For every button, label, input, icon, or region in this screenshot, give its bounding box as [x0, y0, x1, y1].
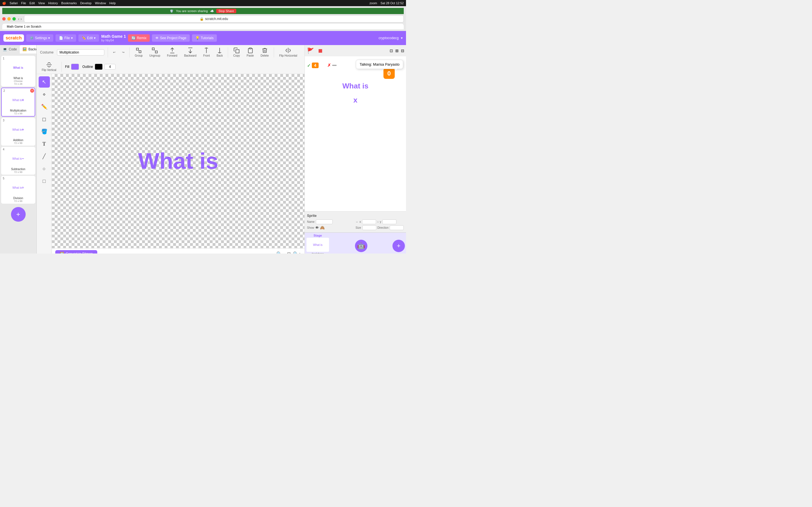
outline-color-picker[interactable] [95, 64, 103, 70]
ungroup-button[interactable]: Ungroup [148, 47, 162, 58]
add-sprite-button[interactable]: + [393, 240, 405, 252]
convert-bitmap-button[interactable]: 🖼️ Convert to Bitmap [55, 250, 97, 253]
edit-menu[interactable]: Edit [29, 1, 35, 5]
add-costume-button[interactable]: + [11, 207, 26, 222]
redo-button[interactable]: ↪ [120, 50, 126, 54]
time-label: Sat 28 Oct 12:52 [380, 1, 404, 5]
history-menu[interactable]: History [48, 1, 58, 5]
brush-tool[interactable]: ✏️ [39, 101, 50, 112]
costume-item-3[interactable]: 3 What is + Addition 72 x 99 [1, 118, 35, 146]
front-button[interactable]: Front [202, 47, 211, 58]
file-button[interactable]: 📄 File ▾ [56, 34, 76, 42]
text-tool[interactable]: T [39, 138, 50, 150]
tab-backdrops[interactable]: 🖼️Backdrops [20, 45, 37, 54]
zoom-in-button[interactable]: 🔍+ [293, 251, 301, 254]
browser-tab[interactable]: Math Game 1 on Scratch [2, 24, 404, 29]
stage-panel-section: Stage What is Backdrops 5 [306, 234, 329, 253]
layout-large-button[interactable]: ⊟ [401, 48, 404, 53]
safari-menu[interactable]: Safari [10, 1, 18, 5]
file-menu[interactable]: File [21, 1, 26, 5]
view-menu[interactable]: View [38, 1, 45, 5]
fullscreen-button[interactable] [12, 17, 16, 20]
outline-size-input[interactable] [104, 64, 116, 69]
scratch-header: scratch ⚙️ Settings ▾ 📄 File ▾ ✏️ Edit ▾… [0, 31, 406, 45]
forward-button[interactable]: › [20, 17, 22, 21]
costume-label: Costume [40, 50, 54, 54]
close-button[interactable] [2, 17, 6, 20]
undo-button[interactable]: ↩ [111, 50, 117, 54]
number-display: 0 [384, 68, 395, 79]
costume-size-5: 72 x 99 [14, 200, 22, 203]
show-visible-button[interactable]: 👁 [315, 226, 319, 230]
flip-horizontal-button[interactable]: Flip Horizontal [277, 47, 299, 58]
add-extension-button[interactable]: 🤖 [355, 240, 367, 252]
sprite-direction-input[interactable] [390, 225, 404, 230]
address-bar[interactable]: 🔒 scratch.mit.edu [24, 15, 404, 22]
minimize-button[interactable] [7, 17, 11, 20]
sprite-x-input[interactable] [362, 219, 376, 224]
back-button[interactable]: ‹ [18, 17, 19, 21]
select-tool[interactable]: ↖ [39, 76, 50, 88]
stop-button[interactable]: ⏹ [317, 47, 324, 55]
back-button[interactable]: Back [215, 47, 224, 58]
window-menu[interactable]: Window [95, 1, 106, 5]
browser-chrome: 🛡️ You are screen sharing ☁️ Stop Share … [0, 6, 406, 31]
canvas[interactable]: What is [52, 74, 305, 248]
line-tool[interactable]: ╱ [39, 151, 50, 162]
wrong-badge [332, 65, 337, 66]
project-author: by hby54 [101, 39, 126, 42]
fill-color-picker[interactable] [71, 64, 79, 70]
remix-button[interactable]: 🔄 Remix [128, 34, 150, 42]
stage-tab-label: Stage [313, 234, 322, 237]
reshape-tool[interactable]: ⋄ [39, 89, 50, 100]
group-button[interactable]: Group [133, 47, 144, 58]
tutorials-button[interactable]: 💡 Tutorials [192, 34, 217, 42]
costume-item-5[interactable]: 5 What is ÷ Division 72 x 99 [1, 176, 35, 204]
rect-tool[interactable]: □ [39, 175, 50, 187]
see-project-button[interactable]: 👁 See Project Page [152, 34, 190, 42]
outline-label: Outline [82, 65, 93, 69]
mac-menubar: 🍎 Safari File Edit View History Bookmark… [0, 0, 406, 6]
svg-rect-11 [236, 50, 239, 53]
costume-item-2[interactable]: 2 × What is × Multiplication 72 x 99 [1, 88, 35, 117]
costume-item-1[interactable]: 1 What is What is Choose 72 x 28 [1, 56, 35, 87]
sprite-x-row: ↔ x ↕ y [356, 219, 404, 224]
settings-button[interactable]: ⚙️ Settings ▾ [26, 34, 53, 42]
edit-button[interactable]: ✏️ Edit ▾ [79, 34, 99, 42]
bookmarks-menu[interactable]: Bookmarks [61, 1, 77, 5]
tab-code[interactable]: 💻Code [0, 45, 20, 54]
layout-small-button[interactable]: ⊡ [390, 48, 393, 53]
flip-vertical-button[interactable]: Flip Vertical [40, 61, 58, 72]
outline-section: Outline [82, 64, 116, 70]
zoom-reset-button[interactable]: ⊟ [287, 251, 291, 254]
eraser-tool[interactable]: ◻ [39, 114, 50, 125]
paste-button[interactable]: Paste [245, 47, 256, 58]
sprite-y-input[interactable] [382, 219, 396, 224]
apple-menu[interactable]: 🍎 [2, 1, 6, 5]
forward-button[interactable]: Forward [165, 47, 179, 58]
sprite-name-row: Name [307, 219, 354, 224]
costume-name-input[interactable] [57, 49, 104, 55]
stop-share-button[interactable]: Stop Share [216, 9, 236, 13]
sprite-name-input[interactable] [316, 219, 333, 224]
costume-item-4[interactable]: 4 What is − Subtraction 72 x 99 [1, 147, 35, 175]
project-name: Math Game 1 [101, 34, 126, 39]
layout-medium-button[interactable]: ⊞ [395, 48, 399, 53]
zoom-out-button[interactable]: 🔍− [276, 251, 285, 254]
nav-buttons[interactable]: ‹ › [18, 17, 22, 21]
copy-button[interactable]: Copy [232, 47, 241, 58]
circle-tool[interactable]: ○ [39, 163, 50, 174]
backward-button[interactable]: Backward [183, 47, 198, 58]
right-panel: 🚩 ⏹ ⊡ ⊞ ⊟ Talking: Marisa Paryasto ✓ 4 ✗ [305, 45, 406, 253]
scratch-logo[interactable]: scratch [3, 34, 24, 42]
costume-delete-2[interactable]: × [30, 89, 34, 93]
delete-button[interactable]: Delete [259, 47, 270, 58]
user-account[interactable]: cryptocodecg [378, 36, 399, 40]
sprite-size-input[interactable] [362, 225, 376, 230]
green-flag-button[interactable]: 🚩 [306, 47, 315, 55]
fill-tool[interactable]: 🪣 [39, 126, 50, 137]
show-hidden-button[interactable]: 🙈 [320, 226, 325, 230]
help-menu[interactable]: Help [109, 1, 116, 5]
sprite-header: Sprite [307, 214, 404, 218]
develop-menu[interactable]: Develop [80, 1, 91, 5]
